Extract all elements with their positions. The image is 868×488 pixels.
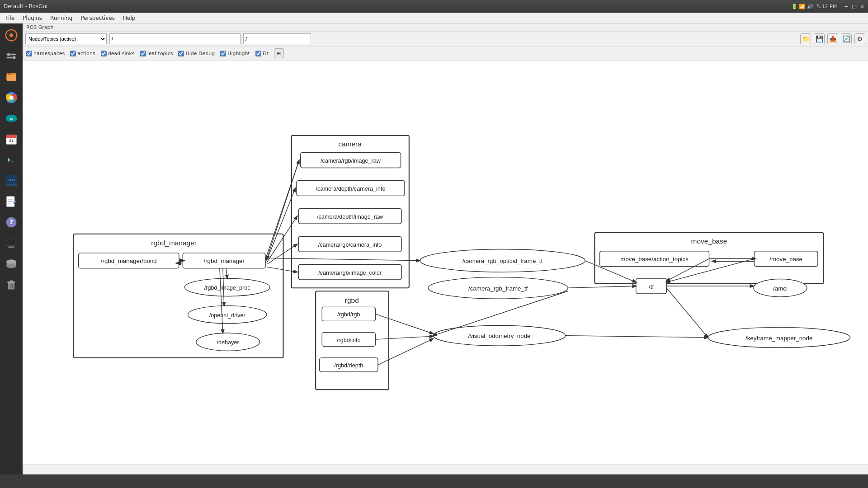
check-actions[interactable]: actions bbox=[70, 51, 95, 56]
check-highlight-label: Highlight bbox=[227, 51, 250, 56]
content-area: ROS Graph Nodes/Topics (active) Nodes/To… bbox=[23, 23, 868, 474]
menu-perspectives[interactable]: Perspectives bbox=[77, 14, 118, 22]
svg-text:/camera/rgb/camera_info: /camera/rgb/camera_info bbox=[318, 242, 382, 248]
graph-svg: rgbd_manager camera rgbd move_base /rgbd… bbox=[23, 61, 868, 465]
open-file-btn[interactable]: 📁 bbox=[800, 33, 811, 44]
sidebar-arduino-btn[interactable]: ∞ bbox=[1, 108, 21, 128]
filter2-input[interactable] bbox=[243, 33, 311, 44]
titlebar: Default - RosGui 🔋 📶 🔊 5:12 PM − □ × bbox=[0, 0, 868, 13]
ros-graph-label: ROS Graph bbox=[23, 23, 868, 32]
menu-running[interactable]: Running bbox=[47, 14, 76, 22]
svg-rect-30 bbox=[9, 246, 14, 247]
sidebar-calendar-btn[interactable]: 31 bbox=[1, 129, 21, 149]
svg-text:?: ? bbox=[9, 218, 13, 225]
svg-text:move_base: move_base bbox=[691, 237, 727, 245]
svg-text:/camera_rgb_optical_frame_tf: /camera_rgb_optical_frame_tf bbox=[462, 258, 543, 264]
svg-text:rgbd: rgbd bbox=[345, 296, 359, 304]
sidebar-rviz-btn[interactable]: RViz bbox=[1, 171, 21, 191]
settings-btn[interactable]: ⚙ bbox=[854, 33, 865, 44]
sidebar-files-btn[interactable] bbox=[1, 67, 21, 87]
sidebar-screen-btn[interactable] bbox=[1, 233, 21, 253]
svg-text:/move_base: /move_base bbox=[769, 256, 802, 263]
save-btn[interactable]: 💾 bbox=[814, 33, 825, 44]
svg-text:/rgbd/depth: /rgbd/depth bbox=[334, 362, 363, 369]
close-btn[interactable]: × bbox=[860, 4, 864, 9]
svg-point-5 bbox=[13, 56, 16, 59]
svg-rect-21 bbox=[6, 184, 17, 186]
svg-text:/camera/rgb/image_raw: /camera/rgb/image_raw bbox=[321, 158, 381, 164]
sidebar: ∞ 31 $ _ RViz bbox=[0, 23, 23, 474]
svg-point-34 bbox=[7, 264, 16, 268]
sidebar-help-btn[interactable]: ? bbox=[1, 212, 21, 232]
svg-text:/debayer: /debayer bbox=[217, 339, 239, 346]
svg-text:/rgbd_manager/bond: /rgbd_manager/bond bbox=[101, 258, 157, 264]
refresh-btn[interactable]: 🔄 bbox=[841, 33, 852, 44]
maximize-btn[interactable]: □ bbox=[852, 4, 856, 9]
svg-rect-15 bbox=[6, 135, 17, 138]
check-toolbar: namespaces actions dead sinks leaf topic… bbox=[23, 47, 868, 61]
svg-text:/rgbd/rgb: /rgbd/rgb bbox=[337, 312, 360, 318]
export-btn[interactable]: 📤 bbox=[827, 33, 838, 44]
svg-rect-29 bbox=[6, 239, 15, 245]
check-actions-label: actions bbox=[77, 51, 95, 56]
menu-plugins[interactable]: Plugins bbox=[19, 14, 46, 22]
check-leaf-topics[interactable]: leaf topics bbox=[140, 51, 173, 56]
svg-text:/rgbd/info: /rgbd/info bbox=[337, 337, 361, 343]
svg-text:∞: ∞ bbox=[9, 117, 13, 121]
check-hide-debug-label: Hide Debug bbox=[185, 51, 215, 56]
filter1-input[interactable] bbox=[109, 33, 241, 44]
check-dead-sinks[interactable]: dead sinks bbox=[101, 51, 135, 56]
svg-text:/keyframe_mapper_node: /keyframe_mapper_node bbox=[745, 335, 812, 342]
sidebar-chrome-btn[interactable] bbox=[1, 88, 21, 108]
fit-view-btn[interactable]: ⊞ bbox=[274, 48, 284, 58]
main-window: ∞ 31 $ _ RViz bbox=[0, 23, 868, 474]
tray: 🔋 📶 🔊 5:12 PM − □ × bbox=[791, 4, 864, 9]
menubar: File Plugins Running Perspectives Help bbox=[0, 13, 868, 23]
svg-line-106 bbox=[566, 336, 708, 338]
svg-rect-7 bbox=[7, 75, 16, 81]
menu-help[interactable]: Help bbox=[119, 14, 139, 22]
title-text: Default - RosGui bbox=[4, 3, 791, 9]
svg-text:/tf: /tf bbox=[649, 283, 654, 290]
svg-text:/camera_rgb_frame_tf: /camera_rgb_frame_tf bbox=[468, 285, 528, 292]
ros-graph-text: ROS Graph bbox=[26, 24, 54, 30]
svg-rect-31 bbox=[8, 247, 14, 248]
sidebar-storage-btn[interactable] bbox=[1, 254, 21, 274]
svg-rect-22 bbox=[7, 197, 15, 207]
svg-point-35 bbox=[7, 259, 16, 263]
check-namespaces-label: namespaces bbox=[33, 51, 65, 56]
tray-icons: 🔋 📶 🔊 bbox=[791, 4, 813, 9]
sidebar-notes-btn[interactable] bbox=[1, 192, 21, 211]
svg-text:/rgbd_image_proc: /rgbd_image_proc bbox=[204, 285, 250, 291]
svg-text:/camera/depth/camera_info: /camera/depth/camera_info bbox=[316, 186, 386, 192]
toolbar: Nodes/Topics (active) Nodes/Topics (all)… bbox=[23, 32, 868, 47]
statusbar bbox=[23, 465, 868, 474]
sidebar-trash-btn[interactable] bbox=[1, 275, 21, 295]
svg-text:/openni_driver: /openni_driver bbox=[209, 312, 245, 319]
check-namespaces[interactable]: namespaces bbox=[26, 51, 65, 56]
svg-text:/camera/rgb/image_color: /camera/rgb/image_color bbox=[318, 270, 382, 276]
svg-text:/visual_odometry_node: /visual_odometry_node bbox=[468, 333, 531, 339]
check-hide-debug[interactable]: Hide Debug bbox=[178, 51, 215, 56]
graph-mode-select[interactable]: Nodes/Topics (active) Nodes/Topics (all)… bbox=[25, 33, 107, 44]
check-highlight[interactable]: Highlight bbox=[220, 51, 250, 56]
svg-text:move_base/action_topics: move_base/action_topics bbox=[620, 256, 689, 263]
graph-area[interactable]: rgbd_manager camera rgbd move_base /rgbd… bbox=[23, 61, 868, 465]
svg-line-111 bbox=[666, 288, 708, 338]
svg-text:31: 31 bbox=[9, 138, 14, 143]
check-leaf-topics-label: leaf topics bbox=[147, 51, 173, 56]
svg-text:rgbd_manager: rgbd_manager bbox=[151, 239, 197, 247]
minimize-btn[interactable]: − bbox=[844, 4, 848, 9]
menu-file[interactable]: File bbox=[2, 14, 18, 22]
svg-point-1 bbox=[9, 33, 14, 38]
svg-point-4 bbox=[7, 53, 10, 56]
sidebar-ros-logo[interactable] bbox=[1, 25, 21, 45]
svg-rect-8 bbox=[8, 73, 11, 75]
sidebar-terminal-btn[interactable]: $ _ bbox=[1, 150, 21, 170]
check-fit[interactable]: Fit bbox=[255, 51, 269, 56]
check-dead-sinks-label: dead sinks bbox=[108, 51, 135, 56]
svg-line-113 bbox=[568, 286, 636, 288]
svg-text:/camera/depth/image_raw: /camera/depth/image_raw bbox=[317, 214, 383, 220]
sidebar-tools-btn[interactable] bbox=[1, 46, 21, 66]
svg-rect-38 bbox=[10, 280, 13, 282]
